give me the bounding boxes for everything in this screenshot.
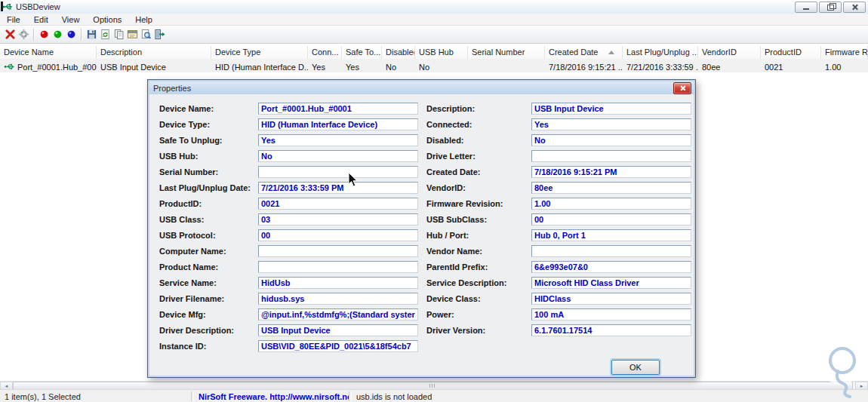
field-input-productid[interactable]	[258, 198, 418, 210]
field-input-service-name[interactable]	[258, 277, 418, 289]
restore-button[interactable]	[819, 2, 842, 13]
field-input-device-mfg[interactable]	[258, 308, 418, 321]
minimize-button[interactable]	[795, 2, 817, 13]
row-cell-safe-to: Yes	[342, 59, 382, 72]
field-input-firmware-revision[interactable]	[531, 198, 691, 210]
status-pane-usbids: usb.ids is not loaded	[352, 390, 868, 402]
row-cell-usb-hub: No	[415, 59, 468, 72]
column-header-usb-hub[interactable]: USB Hub	[415, 46, 468, 59]
toolbar-separator	[81, 29, 82, 41]
column-header-productid[interactable]: ProductID	[761, 46, 821, 59]
field-input-driver-description[interactable]	[258, 324, 418, 336]
field-input-usb-hub[interactable]	[258, 150, 418, 162]
field-label-driver-filename: Driver Filename:	[159, 294, 224, 303]
field-input-serial-number[interactable]	[258, 166, 418, 178]
minimize-icon	[803, 8, 809, 10]
dialog-close-button[interactable]	[673, 82, 691, 94]
field-input-driver-filename[interactable]	[258, 293, 418, 305]
table-row[interactable]: Port_#0001.Hub_#0001USB Input DeviceHID …	[0, 59, 868, 72]
properties-icon[interactable]	[125, 28, 139, 41]
field-input-drive-letter[interactable]	[531, 150, 691, 162]
field-input-driver-version[interactable]	[531, 324, 691, 336]
copy-icon[interactable]	[112, 28, 125, 41]
field-input-vendor-name[interactable]	[531, 245, 691, 257]
row-cell-text: 7/21/2016 3:33:59 ...	[626, 63, 698, 72]
save-icon[interactable]	[85, 28, 98, 41]
menu-view[interactable]: View	[55, 15, 87, 24]
column-label: Description	[100, 48, 142, 57]
close-button[interactable]	[843, 2, 866, 13]
field-input-parentid-prefix[interactable]	[531, 261, 691, 273]
column-header-description[interactable]: Description	[97, 46, 211, 59]
field-input-last-plug-unplug-date[interactable]	[258, 182, 418, 194]
field-input-instance-id[interactable]	[258, 340, 418, 352]
window-title: USBDeview	[16, 2, 60, 11]
field-input-created-date[interactable]	[531, 166, 691, 178]
dialog-body: OK Device Name:Device Type:Safe To Unplu…	[149, 94, 694, 376]
field-input-description[interactable]	[531, 103, 691, 115]
menu-edit[interactable]: Edit	[27, 15, 55, 24]
field-input-service-description[interactable]	[531, 277, 691, 289]
field-label-device-name: Device Name:	[159, 104, 214, 113]
column-header-serial-number[interactable]: Serial Number	[468, 46, 545, 59]
ok-button[interactable]: OK	[611, 360, 660, 375]
field-input-safe-to-unplug[interactable]	[258, 134, 418, 146]
remove-icon[interactable]	[3, 28, 17, 41]
column-header-created-date[interactable]: Created Date	[545, 46, 623, 59]
nirsoft-link[interactable]: NirSoft Freeware. http://www.nirsoft.net	[199, 392, 349, 401]
refresh-icon[interactable]	[98, 28, 112, 41]
field-input-usb-subclass[interactable]	[531, 213, 691, 226]
field-input-disabled[interactable]	[531, 134, 691, 146]
dialog-titlebar[interactable]: Properties	[149, 81, 694, 94]
window-titlebar: USBDeview	[0, 0, 868, 14]
field-input-usb-protocol[interactable]	[258, 229, 418, 241]
column-label: Firmware R...	[825, 48, 868, 57]
find-icon[interactable]	[139, 28, 152, 41]
status-usbids-text: usb.ids is not loaded	[356, 392, 432, 401]
field-input-hub-port[interactable]	[531, 229, 691, 241]
field-input-computer-name[interactable]	[258, 245, 418, 257]
menu-help[interactable]: Help	[128, 15, 159, 24]
status-pane-freeware: NirSoft Freeware. http://www.nirsoft.net	[194, 390, 349, 402]
menu-options[interactable]: Options	[86, 15, 128, 24]
column-header-conn[interactable]: Conn...	[308, 46, 342, 59]
column-header-last-plug-unplug[interactable]: Last Plug/Unplug ...	[623, 46, 698, 59]
status-selection-text: 1 item(s), 1 Selected	[5, 392, 81, 401]
field-label-usb-subclass: USB SubClass:	[426, 215, 487, 224]
row-cell-description: USB Input Device	[97, 59, 211, 72]
enable-ball-icon[interactable]	[51, 28, 64, 41]
row-cell-text: 0021	[765, 63, 783, 72]
field-input-product-name[interactable]	[258, 261, 418, 273]
usb-device-icon	[4, 62, 15, 72]
field-input-connected[interactable]	[531, 118, 691, 130]
field-input-vendorid[interactable]	[531, 182, 691, 194]
row-cell-text: 80ee	[702, 63, 720, 72]
usb-app-icon	[1, 2, 13, 12]
column-header-disabled[interactable]: Disabled	[382, 46, 415, 59]
disconnect-ball-icon[interactable]	[37, 28, 51, 41]
row-cell-serial-number	[468, 59, 545, 72]
column-header-safe-to[interactable]: Safe To...	[342, 46, 382, 59]
field-label-hub-port: Hub / Port:	[426, 231, 469, 240]
field-input-device-class[interactable]	[531, 293, 691, 305]
exit-icon[interactable]	[152, 28, 166, 41]
field-input-power[interactable]	[531, 308, 691, 321]
field-input-device-type[interactable]	[258, 118, 418, 130]
dialog-title: Properties	[153, 84, 191, 93]
field-label-description: Description:	[426, 104, 475, 113]
safely-remove-icon[interactable]	[17, 28, 30, 41]
row-cell-productid: 0021	[761, 59, 821, 72]
column-header-firmware-r[interactable]: Firmware R...	[821, 46, 868, 59]
column-header-vendorid[interactable]: VendorID	[698, 46, 761, 59]
row-cell-device-name: Port_#0001.Hub_#0001	[0, 59, 97, 72]
menu-file[interactable]: File	[0, 15, 27, 24]
column-header-device-type[interactable]: Device Type	[211, 46, 308, 59]
column-header-device-name[interactable]: Device Name	[0, 46, 97, 59]
status-pane-selection: 1 item(s), 1 Selected	[0, 390, 191, 402]
field-input-device-name[interactable]	[258, 103, 418, 115]
column-label: Conn...	[312, 48, 338, 57]
disable-ball-icon[interactable]	[64, 28, 78, 41]
field-input-usb-class[interactable]	[258, 213, 418, 226]
close-icon	[851, 4, 858, 11]
field-label-firmware-revision: Firmware Revision:	[426, 199, 503, 208]
